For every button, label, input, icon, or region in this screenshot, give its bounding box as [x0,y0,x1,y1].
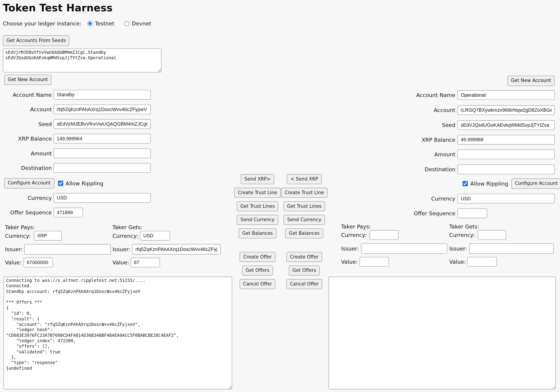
standby-taker-gets-currency-field[interactable] [140,231,170,241]
operational-currency-field[interactable] [458,194,555,203]
operational-taker-pays-value-field[interactable] [360,257,389,266]
operational-account-label: Account [393,107,455,113]
standby-account-name-label: Account Name [0,92,52,98]
operational-get-offers-button[interactable]: Get Offers [289,265,320,275]
operational-account-field[interactable] [458,105,555,115]
standby-get-trust-lines-button[interactable]: Get Trust Lines [237,201,278,211]
testnet-radio[interactable] [88,21,92,26]
standby-taker-pays-value-label: Value: [5,259,22,266]
standby-taker-pays-currency-field[interactable] [34,231,62,241]
operational-create-trust-line-button[interactable]: Create Trust Line [281,188,328,198]
operational-taker-pays-title: Taker Pays: [341,224,371,230]
standby-allow-rippling-label: Allow Rippling [66,180,103,186]
standby-taker-gets-issuer-field[interactable] [132,244,221,255]
operational-taker-gets-currency-label: Currency: [449,232,475,238]
standby-taker-pays-issuer-field[interactable] [24,244,111,255]
standby-amount-field[interactable] [54,148,151,158]
standby-taker-gets-value-label: Value: [112,259,129,266]
operational-get-balances-button[interactable]: Get Balances [285,228,323,238]
standby-configure-row: Configure Account Allow Rippling [4,178,103,188]
standby-seed-field[interactable] [54,119,151,129]
operational-amount-label: Amount [393,151,455,158]
standby-destination-field[interactable] [54,163,151,173]
ledger-chooser: Choose your ledger instance: Testnet Dev… [3,20,151,27]
standby-taker-pays-value-field[interactable] [24,258,53,267]
operational-configure-row: Allow Rippling Configure Account [462,178,560,189]
standby-results-textarea[interactable]: Connecting to wss://s.altnet.rippletest.… [4,277,232,390]
standby-seed-label: Seed [0,121,52,127]
standby-account-label: Account [0,106,52,113]
operational-taker-pays-issuer-field[interactable] [361,244,447,254]
standby-cancel-offer-button[interactable]: Cancel Offer [240,279,275,289]
operational-offer-sequence-field[interactable] [458,208,487,218]
standby-send-currency-button[interactable]: Send Currency [237,215,278,225]
standby-get-new-account-button[interactable]: Get New Account [4,75,52,85]
operational-currency-label: Currency [393,196,455,202]
standby-taker-pays-title: Taker Pays: [5,224,35,231]
standby-amount-label: Amount [0,150,52,157]
operational-seed-field[interactable] [458,120,555,130]
standby-create-offer-button[interactable]: Create Offer [240,252,275,262]
standby-taker-gets-title: Taker Gets: [112,224,142,231]
operational-actions-column: < Send XRP Create Trust Line Get Trust L… [281,174,328,289]
standby-get-offers-button[interactable]: Get Offers [242,265,273,275]
operational-xrp-balance-label: XRP Balance [393,137,455,143]
operational-account-name-field[interactable] [458,90,555,100]
standby-currency-label: Currency [0,195,52,201]
operational-allow-rippling-checkbox[interactable] [462,181,468,186]
standby-actions-column: Send XRP> Create Trust Line Get Trust Li… [234,174,281,289]
operational-taker-pays-value-label: Value: [341,259,358,265]
operational-allow-rippling-label: Allow Rippling [470,180,508,187]
operational-taker-pays-issuer-label: Issuer: [341,245,359,252]
operational-get-trust-lines-button[interactable]: Get Trust Lines [283,201,325,211]
operational-results-textarea[interactable] [329,277,556,390]
devnet-radio[interactable] [124,21,129,26]
standby-offer-sequence-label: Offer Sequence [0,209,52,216]
get-accounts-from-seeds-button[interactable]: Get Accounts From Seeds [3,35,70,46]
operational-offer-sequence-label: Offer Sequence [393,210,455,217]
operational-taker-gets-value-field[interactable] [467,257,497,266]
operational-cancel-offer-button[interactable]: Cancel Offer [286,279,322,289]
standby-xrp-balance-label: XRP Balance [0,136,52,142]
operational-send-currency-button[interactable]: Send Currency [284,215,325,225]
operational-taker-pays-currency-field[interactable] [370,230,398,240]
operational-destination-field[interactable] [458,165,555,174]
operational-taker-gets-issuer-field[interactable] [469,244,554,254]
standby-account-field[interactable] [54,105,151,114]
standby-taker-pays-issuer-label: Issuer: [5,246,23,253]
operational-seed-label: Seed [393,122,455,128]
operational-taker-gets-currency-field[interactable] [478,230,506,240]
standby-allow-rippling-checkbox[interactable] [58,181,63,186]
standby-destination-label: Destination [0,165,52,171]
ledger-chooser-label: Choose your ledger instance: [3,20,81,27]
operational-taker-gets-issuer-label: Issuer: [449,245,467,252]
standby-taker-gets-currency-label: Currency: [112,233,138,239]
standby-xrp-balance-field[interactable] [54,134,151,143]
standby-get-balances-button[interactable]: Get Balances [239,228,276,238]
standby-taker-pays-currency-label: Currency: [5,233,30,239]
standby-taker-gets-issuer-label: Issuer: [112,246,130,253]
operational-get-new-account-button[interactable]: Get New Account [508,76,555,86]
standby-configure-account-button[interactable]: Configure Account [4,178,54,188]
standby-taker-gets-value-field[interactable] [131,258,160,267]
standby-send-xrp-button[interactable]: Send XRP> [241,174,274,184]
operational-xrp-balance-field[interactable] [458,135,555,145]
standby-currency-field[interactable] [54,193,151,203]
token-test-harness-page: Token Test Harness Choose your ledger in… [0,0,560,392]
operational-configure-account-button[interactable]: Configure Account [511,178,560,189]
operational-destination-label: Destination [393,166,455,173]
operational-taker-pays-currency-label: Currency: [341,232,367,238]
operational-create-offer-button[interactable]: Create Offer [286,252,322,262]
devnet-radio-label: Devnet [132,20,151,27]
testnet-radio-label: Testnet [95,20,114,27]
operational-amount-field[interactable] [458,149,555,159]
operational-taker-gets-title: Taker Gets: [449,224,479,230]
standby-account-name-field[interactable] [54,90,151,99]
operational-taker-gets-value-label: Value: [449,259,466,265]
page-title: Token Test Harness [3,2,113,14]
standby-offer-sequence-field[interactable] [54,208,83,217]
standby-create-trust-line-button[interactable]: Create Trust Line [234,188,281,198]
operational-account-name-label: Account Name [393,92,455,98]
operational-send-xrp-button[interactable]: < Send XRP [287,174,322,184]
seeds-textarea[interactable]: sEdVjrMJEBvVfnvVwUQAQGBM4mZJCgC.Standby … [3,49,162,72]
